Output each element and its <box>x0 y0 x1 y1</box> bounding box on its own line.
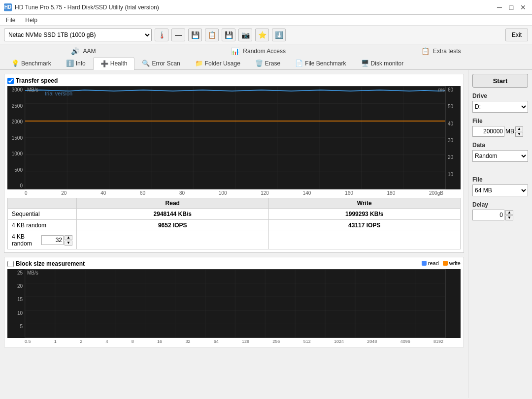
file2-label: File <box>472 176 528 183</box>
minimize-button[interactable]: ─ <box>495 2 504 12</box>
camera-icon-btn[interactable]: 📷 <box>238 29 252 41</box>
block-x-axis: 0.5 1 2 4 8 16 32 64 128 256 512 1024 20… <box>7 338 461 344</box>
tab-group-aam-label: AAM <box>83 48 96 55</box>
delay-control: Delay ▲ ▼ <box>472 201 528 220</box>
results-table-wrapper: Read Write Sequential 2948144 KB/s 19992… <box>7 198 461 249</box>
star-icon-btn[interactable]: ⭐ <box>255 29 269 41</box>
transfer-speed-checkbox[interactable] <box>7 78 14 84</box>
results-table: Read Write Sequential 2948144 KB/s 19992… <box>7 198 461 249</box>
transfer-speed-label: Transfer speed <box>16 77 58 84</box>
block-size-checkbox[interactable] <box>7 261 14 267</box>
data-dropdown[interactable]: Random Sequential <box>472 150 528 162</box>
row-sequential-read: 2948144 KB/s <box>77 209 269 220</box>
tab-file-benchmark[interactable]: 📄 File Benchmark <box>288 57 353 69</box>
minus-icon-btn[interactable]: — <box>171 29 185 41</box>
file-down-button[interactable]: ▼ <box>515 132 523 137</box>
delay-label: Delay <box>472 201 528 208</box>
window-controls: ─ □ ✕ <box>495 2 528 12</box>
table-row: 4 KB random 9652 IOPS 43117 IOPS <box>8 220 461 231</box>
block-size-chart <box>25 269 446 338</box>
row-4kb-random-read: 9652 IOPS <box>77 220 269 231</box>
queue-down-button[interactable]: ▼ <box>65 241 72 246</box>
row-4kb-random2-write <box>268 231 461 249</box>
file-label: File <box>472 118 528 124</box>
queue-depth-input: 4 KB random ▲ ▼ <box>12 233 72 247</box>
benchmark-icon: 💡 <box>11 60 19 67</box>
menu-file[interactable]: File <box>4 16 17 25</box>
chart-mbps-label: MB/s <box>27 87 38 92</box>
window-title: HD Tune Pro 5.75 - Hard Disk/SSD Utility… <box>15 4 159 11</box>
menu-bar: File Help <box>0 15 532 26</box>
tab-error-scan-label: Error Scan <box>152 60 180 67</box>
block-mbps-label: MB/s <box>27 270 38 276</box>
copy-icon-btn[interactable]: 📋 <box>205 29 219 41</box>
tab-error-scan[interactable]: 🔍 Error Scan <box>134 57 187 69</box>
block-y-axis-left: 25 20 15 10 5 <box>7 269 25 338</box>
block-size-label: Block size measurement <box>16 260 85 267</box>
col-header-write: Write <box>268 198 461 209</box>
data-label: Data <box>472 142 528 149</box>
drive-label: Drive <box>472 92 528 99</box>
file-up-button[interactable]: ▲ <box>515 126 523 131</box>
transfer-speed-chart: trial version <box>25 86 446 189</box>
legend: read write <box>422 260 461 266</box>
tab-group-random-access-label: Random Access <box>243 48 286 55</box>
tab-group-aam[interactable]: 🔊 AAM <box>67 46 100 57</box>
transfer-speed-chart-wrapper: 3000 2500 2000 1500 1000 500 0 <box>7 86 461 196</box>
erase-icon: 🗑️ <box>255 60 263 67</box>
start-button[interactable]: Start <box>472 74 528 88</box>
tab-group-extra-tests[interactable]: 📋 Extra tests <box>417 46 465 57</box>
file2-dropdown[interactable]: 64 MB 128 MB 256 MB <box>472 184 528 196</box>
title-bar-left: HD HD Tune Pro 5.75 - Hard Disk/SSD Util… <box>4 3 159 11</box>
tab-benchmark[interactable]: 💡 Benchmark <box>4 57 59 69</box>
file-input-row: MB ▲ ▼ <box>472 126 528 137</box>
delay-down-button[interactable]: ▼ <box>505 215 513 220</box>
exit-button[interactable]: Exit <box>505 29 528 41</box>
tab-row-bottom: 💡 Benchmark ℹ️ Info ➕ Health 🔍 Error Sca… <box>0 57 532 69</box>
file2-control: File 64 MB 128 MB 256 MB <box>472 176 528 196</box>
chart-grid <box>25 87 445 189</box>
delay-input-row: ▲ ▼ <box>472 210 528 220</box>
file-unit: MB <box>505 128 514 135</box>
left-panel: Transfer speed 3000 2500 2000 1500 1000 … <box>0 70 468 398</box>
maximize-button[interactable]: □ <box>506 2 516 12</box>
queue-depth-spinner: ▲ ▼ <box>65 235 72 246</box>
health-icon-btn[interactable]: 💾 <box>188 29 202 41</box>
save-icon-btn[interactable]: 💾 <box>222 29 235 41</box>
close-button[interactable]: ✕ <box>518 2 528 12</box>
drive-control: Drive D: C: E: <box>472 92 528 113</box>
tab-health[interactable]: ➕ Health <box>93 57 135 70</box>
transfer-speed-checkbox-label[interactable]: Transfer speed <box>7 77 58 84</box>
tab-health-label: Health <box>110 60 128 67</box>
chart-y-axis-left: 3000 2500 2000 1500 1000 500 0 <box>7 86 25 189</box>
app-icon: HD <box>4 3 12 11</box>
block-chart-grid <box>25 270 445 338</box>
file-input[interactable] <box>472 126 504 137</box>
block-size-checkbox-label[interactable]: Block size measurement <box>7 260 85 267</box>
toolbar: Netac NVMe SSD 1TB (1000 gB) 🌡️ — 💾 📋 💾 … <box>0 26 532 44</box>
queue-up-button[interactable]: ▲ <box>65 235 72 240</box>
legend-read-label: read <box>428 260 439 266</box>
tab-erase[interactable]: 🗑️ Erase <box>248 57 288 69</box>
random-access-icon: 📊 <box>231 47 239 55</box>
main-content: Transfer speed 3000 2500 2000 1500 1000 … <box>0 70 532 398</box>
drive-select[interactable]: Netac NVMe SSD 1TB (1000 gB) <box>4 29 152 41</box>
col-header-label <box>8 198 77 209</box>
file-control: File MB ▲ ▼ <box>472 118 528 137</box>
tab-disk-monitor[interactable]: 🖥️ Disk monitor <box>354 57 411 69</box>
tab-folder-usage[interactable]: 📁 Folder Usage <box>188 57 248 69</box>
file-benchmark-icon: 📄 <box>295 60 303 67</box>
tab-benchmark-label: Benchmark <box>21 60 51 67</box>
chart-x-axis: 0 20 40 60 80 100 120 140 160 180 200gB <box>7 189 461 196</box>
drive-dropdown[interactable]: D: C: E: <box>472 101 528 113</box>
queue-depth-field[interactable] <box>41 235 64 245</box>
chart-ms-label: ms <box>438 87 445 92</box>
temp-icon-btn[interactable]: 🌡️ <box>155 29 168 41</box>
tab-info[interactable]: ℹ️ Info <box>59 57 93 69</box>
delay-up-button[interactable]: ▲ <box>505 210 513 215</box>
download-icon-btn[interactable]: ⬇️ <box>272 29 286 41</box>
delay-input[interactable] <box>472 210 504 220</box>
table-row: Sequential 2948144 KB/s 1999293 KB/s <box>8 209 461 220</box>
menu-help[interactable]: Help <box>23 16 39 25</box>
tab-group-random-access[interactable]: 📊 Random Access <box>227 46 290 57</box>
